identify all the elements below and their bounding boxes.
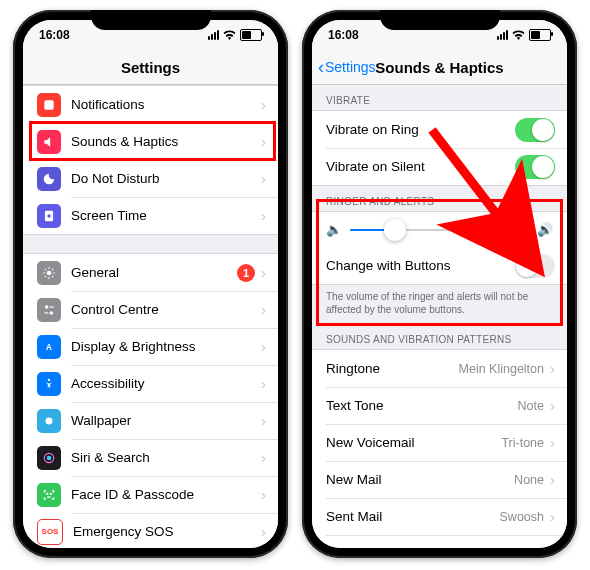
group-spacer	[23, 235, 278, 253]
chevron-right-icon: ›	[261, 338, 266, 355]
chevron-right-icon: ›	[550, 397, 555, 414]
row-label: Vibrate on Ring	[326, 122, 515, 137]
row-label: Control Centre	[71, 302, 257, 317]
control-icon	[37, 298, 61, 322]
screen-right: 16:08 ‹ Settings Sounds & Haptics VIBRAT…	[312, 20, 567, 548]
row-label: Sounds & Haptics	[71, 134, 257, 149]
row-label: Emergency SOS	[73, 524, 257, 539]
row-dnd[interactable]: Do Not Disturb ›	[23, 160, 278, 197]
nav-bar: Settings	[23, 50, 278, 85]
row-sounds-haptics[interactable]: Sounds & Haptics ›	[23, 123, 278, 160]
content-left[interactable]: Notifications › Sounds & Haptics › Do No…	[23, 85, 278, 548]
back-button[interactable]: ‹ Settings	[318, 50, 376, 84]
svg-rect-0	[44, 100, 53, 109]
content-right[interactable]: VIBRATE Vibrate on Ring Vibrate on Silen…	[312, 85, 567, 548]
row-label: Accessibility	[71, 376, 257, 391]
row-sos[interactable]: SOS Emergency SOS ›	[23, 513, 278, 548]
row-detail: Chord	[510, 547, 544, 549]
row-label: Vibrate on Silent	[326, 159, 515, 174]
row-ringtone[interactable]: Ringtone Mein Klingelton ›	[312, 349, 567, 387]
row-detail: Note	[518, 399, 544, 413]
row-label: New Voicemail	[326, 435, 501, 450]
row-vibrate-silent[interactable]: Vibrate on Silent	[312, 148, 567, 186]
row-control-centre[interactable]: Control Centre ›	[23, 291, 278, 328]
svg-point-2	[47, 214, 51, 218]
dnd-icon	[37, 167, 61, 191]
row-detail: Swoosh	[500, 510, 544, 524]
row-change-with-buttons[interactable]: Change with Buttons	[312, 247, 567, 285]
notification-badge: 1	[237, 264, 255, 282]
row-wallpaper[interactable]: Wallpaper ›	[23, 402, 278, 439]
status-time: 16:08	[328, 28, 359, 42]
phone-right: 16:08 ‹ Settings Sounds & Haptics VIBRAT…	[302, 10, 577, 558]
row-label: Calendar Alerts	[326, 546, 510, 548]
wallpaper-icon	[37, 409, 61, 433]
volume-slider[interactable]	[350, 229, 529, 231]
row-label: Face ID & Passcode	[71, 487, 257, 502]
svg-point-3	[47, 270, 52, 275]
chevron-right-icon: ›	[550, 360, 555, 377]
general-icon	[37, 261, 61, 285]
volume-high-icon: 🔊	[537, 222, 553, 237]
svg-point-4	[46, 305, 48, 307]
toggle-change-buttons[interactable]	[515, 254, 555, 278]
notifications-icon	[37, 93, 61, 117]
row-label: Screen Time	[71, 208, 257, 223]
status-right	[208, 29, 262, 41]
chevron-right-icon: ›	[261, 486, 266, 503]
faceid-icon	[37, 483, 61, 507]
svg-point-9	[48, 378, 50, 380]
screen-left: 16:08 Settings Notifications › Sounds & …	[23, 20, 278, 548]
row-label: Ringtone	[326, 361, 459, 376]
row-vibrate-ring[interactable]: Vibrate on Ring	[312, 110, 567, 148]
row-general[interactable]: General 1 ›	[23, 253, 278, 291]
svg-point-10	[46, 417, 53, 424]
ringer-footer: The volume of the ringer and alerts will…	[312, 285, 567, 324]
volume-low-icon: 🔈	[326, 222, 342, 237]
svg-text:A: A	[46, 342, 52, 351]
nav-bar: ‹ Settings Sounds & Haptics	[312, 50, 567, 85]
row-new-voicemail[interactable]: New Voicemail Tri-tone ›	[312, 424, 567, 461]
row-label: Do Not Disturb	[71, 171, 257, 186]
chevron-right-icon: ›	[261, 375, 266, 392]
status-right	[497, 29, 551, 41]
svg-point-14	[50, 493, 51, 494]
sounds-icon	[37, 130, 61, 154]
phone-left: 16:08 Settings Notifications › Sounds & …	[13, 10, 288, 558]
chevron-right-icon: ›	[550, 545, 555, 548]
svg-point-6	[50, 311, 52, 313]
chevron-right-icon: ›	[261, 523, 266, 540]
chevron-right-icon: ›	[550, 434, 555, 451]
section-ringer: RINGER AND ALERTS	[312, 186, 567, 211]
row-display[interactable]: A Display & Brightness ›	[23, 328, 278, 365]
battery-icon	[240, 29, 262, 41]
row-label: Sent Mail	[326, 509, 500, 524]
screentime-icon	[37, 204, 61, 228]
row-label: Display & Brightness	[71, 339, 257, 354]
row-label: Text Tone	[326, 398, 518, 413]
svg-point-13	[47, 493, 48, 494]
row-new-mail[interactable]: New Mail None ›	[312, 461, 567, 498]
chevron-right-icon: ›	[261, 96, 266, 113]
page-title: Sounds & Haptics	[375, 59, 503, 76]
notch	[91, 10, 211, 30]
row-screentime[interactable]: Screen Time ›	[23, 197, 278, 235]
row-siri[interactable]: Siri & Search ›	[23, 439, 278, 476]
chevron-right-icon: ›	[261, 412, 266, 429]
row-faceid[interactable]: Face ID & Passcode ›	[23, 476, 278, 513]
signal-icon	[208, 30, 219, 40]
row-detail: Mein Klingelton	[459, 362, 544, 376]
row-notifications[interactable]: Notifications ›	[23, 85, 278, 123]
toggle-vibrate-silent[interactable]	[515, 155, 555, 179]
row-sent-mail[interactable]: Sent Mail Swoosh ›	[312, 498, 567, 535]
chevron-right-icon: ›	[550, 471, 555, 488]
toggle-vibrate-ring[interactable]	[515, 118, 555, 142]
row-calendar-alerts[interactable]: Calendar Alerts Chord ›	[312, 535, 567, 548]
chevron-right-icon: ›	[261, 207, 266, 224]
row-accessibility[interactable]: Accessibility ›	[23, 365, 278, 402]
row-detail: Tri-tone	[501, 436, 544, 450]
row-label: New Mail	[326, 472, 514, 487]
row-volume-slider[interactable]: 🔈 🔊	[312, 211, 567, 247]
row-text-tone[interactable]: Text Tone Note ›	[312, 387, 567, 424]
row-label: Change with Buttons	[326, 258, 515, 273]
